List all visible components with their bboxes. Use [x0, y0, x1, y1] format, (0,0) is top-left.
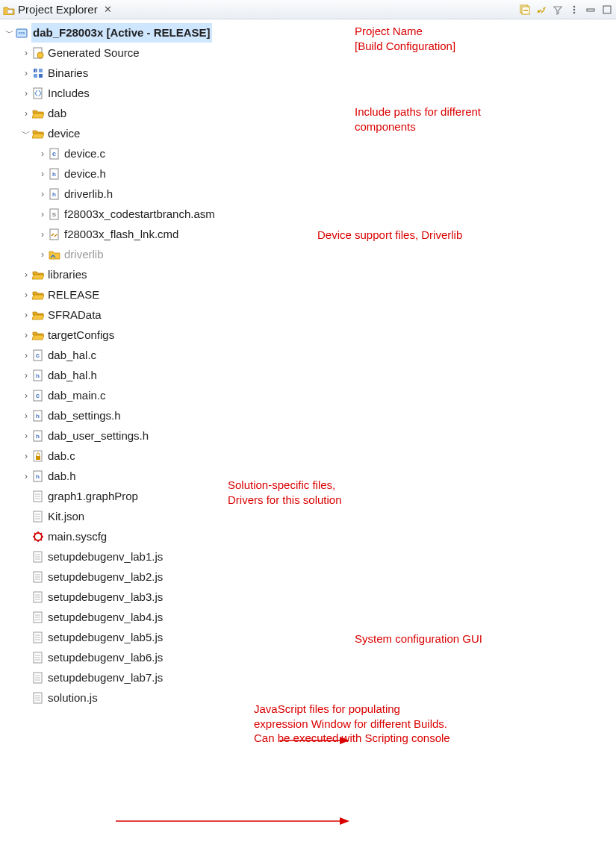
tree-item[interactable]: › setupdebugenv_lab2.js: [4, 567, 616, 587]
generated-source-icon: [31, 46, 45, 60]
file-icon: [31, 631, 45, 644]
twisty-closed-icon[interactable]: ›: [21, 386, 31, 405]
link-editor-icon[interactable]: [535, 4, 547, 16]
close-view-icon[interactable]: ✕: [104, 4, 112, 15]
svg-point-29: [573, 5, 576, 7]
tree-item[interactable]: › Binaries: [4, 63, 616, 83]
twisty-closed-icon[interactable]: ›: [37, 144, 48, 163]
project-explorer-icon: [3, 4, 15, 15]
twisty-closed-icon[interactable]: ›: [37, 205, 48, 224]
twisty-closed-icon[interactable]: ›: [21, 285, 31, 305]
tree-label: setupdebugenv_lab4.js: [48, 608, 163, 627]
file-icon: [31, 570, 45, 584]
tree-label: RELEASE: [48, 285, 99, 305]
twisty-closed-icon[interactable]: ›: [21, 104, 31, 123]
tree-item[interactable]: › device.c: [4, 143, 616, 163]
twisty-closed-icon[interactable]: ›: [21, 63, 31, 83]
tree-item[interactable]: › dab.c: [4, 446, 616, 466]
tree-label: device.c: [64, 144, 105, 163]
tree-label: setupdebugenv_lab2.js: [48, 567, 163, 587]
maximize-icon[interactable]: [601, 4, 613, 16]
tree-item[interactable]: › dab_hal.c: [4, 345, 616, 365]
tree-item[interactable]: › dab_main.c: [4, 385, 616, 405]
twisty-closed-icon[interactable]: ›: [21, 446, 31, 466]
twisty-closed-icon[interactable]: ›: [21, 265, 31, 284]
tree-item[interactable]: › setupdebugenv_lab5.js: [4, 627, 616, 647]
twisty-closed-icon[interactable]: ›: [37, 245, 48, 264]
tree-item-device[interactable]: ﹀ device: [4, 123, 616, 143]
tree-item[interactable]: › dab_hal.h: [4, 365, 616, 385]
tree-item[interactable]: › setupdebugenv_lab6.js: [4, 647, 616, 667]
tree-label: setupdebugenv_lab1.js: [48, 547, 163, 567]
tree-item[interactable]: › driverlib.h: [4, 184, 616, 204]
tree-label: setupdebugenv_lab6.js: [48, 648, 163, 667]
annotation-include-paths: Include paths for different components: [355, 105, 481, 134]
tree-item[interactable]: › dab_user_settings.h: [4, 425, 616, 446]
filter-icon[interactable]: [552, 4, 564, 16]
tree-label: dab_hal.c: [48, 346, 96, 365]
file-icon: [31, 490, 45, 503]
tree-item[interactable]: › setupdebugenv_lab3.js: [4, 587, 616, 607]
tree-item[interactable]: › libraries: [4, 264, 616, 284]
tree-item[interactable]: › targetConfigs: [4, 325, 616, 345]
tree-label: f28003x_flash_lnk.cmd: [64, 225, 178, 244]
twisty-closed-icon[interactable]: ›: [21, 366, 31, 385]
tree-item[interactable]: › dab_settings.h: [4, 405, 616, 425]
twisty-open-icon[interactable]: ﹀: [21, 124, 31, 143]
file-icon: [31, 590, 45, 604]
twisty-closed-icon[interactable]: ›: [37, 184, 48, 204]
file-icon: [31, 611, 45, 624]
twisty-closed-icon[interactable]: ›: [21, 467, 31, 486]
tree-item[interactable]: › setupdebugenv_lab7.js: [4, 667, 616, 687]
view-title: Project Explorer: [18, 3, 98, 16]
tree-item[interactable]: › setupdebugenv_lab4.js: [4, 607, 616, 627]
tree-item-includes[interactable]: › Includes: [4, 83, 616, 103]
twisty-closed-icon[interactable]: ›: [21, 43, 31, 63]
tree-item[interactable]: › Generated Source: [4, 43, 616, 63]
tree-label: solution.js: [48, 688, 98, 708]
twisty-closed-icon[interactable]: ›: [37, 164, 48, 184]
twisty-closed-icon[interactable]: ›: [37, 225, 48, 244]
tree-item[interactable]: › f28003x_flash_lnk.cmd: [4, 224, 616, 244]
tree-label: dab.h: [48, 467, 76, 486]
tree-item[interactable]: › SFRAData: [4, 305, 616, 325]
twisty-closed-icon[interactable]: ›: [21, 305, 31, 325]
twisty-open-icon[interactable]: ﹀: [4, 23, 15, 43]
tree-label: SFRAData: [48, 305, 102, 325]
h-file-icon: [31, 369, 45, 382]
tree-item[interactable]: › RELEASE: [4, 284, 616, 305]
tree-label: dab_main.c: [48, 386, 106, 405]
annotation-js-files: JavaScript files for populating expressi…: [254, 702, 450, 746]
tree-label: Binaries: [48, 63, 88, 83]
tree-item[interactable]: › f28003x_codestartbranch.asm: [4, 204, 616, 224]
view-menu-icon[interactable]: [568, 4, 580, 16]
twisty-closed-icon[interactable]: ›: [21, 346, 31, 365]
folder-icon: [31, 308, 45, 322]
minimize-icon[interactable]: [585, 4, 597, 16]
svg-point-30: [573, 8, 576, 10]
tree-item-syscfg[interactable]: › main.syscfg: [4, 526, 616, 546]
annotation-syscfg: System configuration GUI: [355, 632, 482, 646]
tree-item[interactable]: › Kit.json: [4, 506, 616, 526]
twisty-closed-icon[interactable]: ›: [21, 406, 31, 425]
tree-item-project-root[interactable]: ﹀ dab_F28003x [Active - RELEASE]: [4, 22, 616, 43]
twisty-closed-icon[interactable]: ›: [21, 426, 31, 446]
c-file-icon: [31, 389, 45, 402]
tree-item[interactable]: › driverlib: [4, 244, 616, 264]
tree-item[interactable]: › device.h: [4, 163, 616, 184]
file-icon: [31, 691, 45, 705]
twisty-closed-icon[interactable]: ›: [21, 84, 31, 103]
project-tree: ﹀ dab_F28003x [Active - RELEASE] › Gener…: [0, 19, 616, 708]
tree-item[interactable]: › setupdebugenv_lab1.js: [4, 546, 616, 567]
tree-label: device.h: [64, 164, 106, 184]
tree-label: dab_hal.h: [48, 366, 97, 385]
folder-icon: [31, 107, 45, 120]
folder-open-icon: [31, 127, 45, 140]
c-file-icon: [31, 349, 45, 362]
svg-marker-37: [340, 817, 349, 825]
tree-item[interactable]: › dab: [4, 103, 616, 123]
collapse-all-icon[interactable]: [519, 4, 531, 16]
h-file-icon: [31, 470, 45, 483]
tree-label: setupdebugenv_lab5.js: [48, 628, 163, 647]
twisty-closed-icon[interactable]: ›: [21, 325, 31, 345]
